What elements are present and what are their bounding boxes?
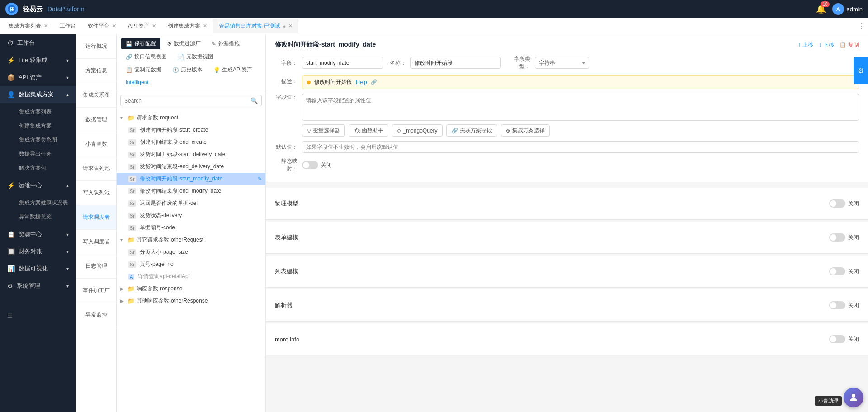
func-helper-button[interactable]: fx 函数助手 [349, 124, 388, 137]
sidebar-collapse-button[interactable]: ☰ [0, 308, 76, 324]
name-value-input[interactable] [410, 57, 501, 69]
default-input[interactable] [302, 141, 859, 153]
tree-node-start-modify[interactable]: Sr 修改时间开始段-start_modify_date ✎ [117, 173, 265, 185]
tab-manage-sales[interactable]: 管易销售出库对接-已测试 ● ✕ [213, 19, 299, 33]
left-nav-write-queue[interactable]: 写入队列池 [76, 181, 116, 205]
tab-workbench[interactable]: 工作台 [54, 19, 82, 33]
data-filter-button[interactable]: ⚙ 数据过滤厂 [162, 38, 205, 49]
left-nav-xiao-qing[interactable]: 小青查数 [76, 132, 116, 156]
tree-node-start-create[interactable]: Sr 创建时间开始段-start_create [117, 124, 265, 136]
tree-node-request-params[interactable]: ▾ 📁 请求参数-request [117, 112, 265, 124]
sidebar-sub-abnormal-data[interactable]: 异常数据总览 [14, 210, 76, 224]
left-nav-request-scheduler[interactable]: 请求调度者 [76, 205, 116, 230]
sidebar-sub-data-export[interactable]: 数据导出任务 [14, 147, 76, 161]
gear-button[interactable]: ⚙ [854, 57, 868, 84]
tree-node-response[interactable]: ▶ 📁 响应参数-response [117, 283, 265, 295]
save-button[interactable]: 💾 保存配置 [121, 38, 160, 49]
toggle-switch[interactable] [829, 233, 845, 242]
static-map-toggle[interactable]: 关闭 [302, 161, 332, 169]
sidebar-item-sysadmin[interactable]: ⚙ 系统管理 ▾ [0, 277, 76, 294]
sidebar-sub-create-scheme[interactable]: 创建集成方案 [14, 119, 76, 133]
tree-node-delivery-status[interactable]: Sr 发货状态-delivery [117, 209, 265, 222]
left-nav-error-monitor[interactable]: 异常监控 [76, 303, 116, 327]
left-nav-log-mgmt[interactable]: 日志管理 [76, 254, 116, 279]
left-nav-write-scheduler[interactable]: 写入调度者 [76, 230, 116, 254]
tree-node-code[interactable]: Sr 单据编号-code [117, 222, 265, 234]
form-toggle[interactable]: 关闭 [829, 233, 859, 242]
mongo-query-button[interactable]: ◇ _mongoQuery [392, 124, 442, 137]
scheme-select-button[interactable]: ⊕ 集成方案选择 [501, 124, 550, 137]
tree-node-detail-api[interactable]: A 详情查询api-detailApi [117, 270, 265, 283]
search-input[interactable] [124, 98, 248, 104]
left-nav-run-overview[interactable]: 运行概况 [76, 34, 116, 59]
toggle-switch[interactable] [302, 161, 318, 169]
tree-node-del[interactable]: Sr 返回是否作废的单据-del [117, 197, 265, 209]
more-toggle[interactable]: 关闭 [829, 335, 859, 343]
tree-node-end-delivery[interactable]: Sr 发货时间结束段-end_delivery_date [117, 161, 265, 173]
toggle-switch[interactable] [829, 335, 845, 343]
copy-button[interactable]: 📋 复制 [840, 41, 859, 49]
field-value-input[interactable] [302, 57, 383, 69]
parser-toggle[interactable]: 关闭 [829, 301, 859, 309]
tree-node-other-response[interactable]: ▶ 📁 其他响应参数-otherResponse [117, 295, 265, 307]
tab-close-manage[interactable]: ✕ [288, 23, 292, 29]
assistant-button[interactable] [844, 388, 863, 407]
folder-icon: 📁 [127, 237, 135, 243]
sidebar-item-dataviz[interactable]: 📊 数据可视化 ▾ [0, 260, 76, 277]
relate-field-button[interactable]: 🔗 关联方案字段 [446, 124, 497, 137]
toggle-switch[interactable] [829, 199, 845, 208]
type-select[interactable]: 字符串 整数 浮点数 布尔值 日期 数组 对象 [535, 57, 589, 69]
admin-button[interactable]: A admin [832, 3, 863, 15]
sidebar-item-lite[interactable]: ⚡ Lite 轻集成 ▾ [0, 52, 76, 69]
history-button[interactable]: 🕐 历史版本 [168, 64, 207, 76]
notification-button[interactable]: 🔔 10 [816, 4, 826, 14]
tree-node-end-modify[interactable]: Sr 修改时间结束段-end_modify_date [117, 185, 265, 197]
left-nav-request-queue[interactable]: 请求队列池 [76, 156, 116, 181]
left-nav-event-factory[interactable]: 事件加工厂 [76, 279, 116, 303]
tree-node-end-create[interactable]: Sr 创建时间结束段-end_create [117, 136, 265, 148]
list-toggle[interactable]: 关闭 [829, 267, 859, 275]
toggle-switch[interactable] [829, 267, 845, 275]
sidebar-item-data-integration[interactable]: 👤 数据集成方案 ▴ [0, 86, 76, 103]
tab-close-create[interactable]: ✕ [203, 23, 207, 29]
value-textarea[interactable] [302, 94, 859, 121]
tab-close-software[interactable]: ✕ [112, 23, 116, 29]
interface-view-button[interactable]: 🔗 接口信息视图 [121, 51, 171, 62]
tab-create-integration[interactable]: 创建集成方案 ✕ [162, 19, 213, 33]
sidebar-item-workbench[interactable]: ⏱ 工作台 [0, 34, 76, 52]
left-nav-data-mgmt[interactable]: 数据管理 [76, 108, 116, 132]
intelligent-button[interactable]: intelligent [121, 77, 153, 87]
help-link[interactable]: Help [356, 79, 367, 85]
tab-close-api[interactable]: ✕ [152, 23, 156, 29]
toggle-switch[interactable] [829, 301, 845, 309]
sidebar-sub-scheme-relation[interactable]: 集成方案关系图 [14, 133, 76, 147]
tab-software-platform[interactable]: 软件平台 ✕ [82, 19, 122, 33]
sidebar-item-api[interactable]: 📦 API 资产 ▾ [0, 69, 76, 86]
toggle-label: 关闭 [848, 302, 859, 309]
copy-data-button[interactable]: 📋 复制元数据 [121, 64, 166, 76]
meta-view-button[interactable]: 📄 元数据视图 [173, 51, 218, 62]
sidebar-sub-solution-pkg[interactable]: 解决方案包 [14, 161, 76, 175]
sidebar-sub-scheme-health[interactable]: 集成方案健康状况表 [14, 196, 76, 210]
gen-api-button[interactable]: 💡 生成API资产 [209, 64, 257, 76]
tab-api-assets[interactable]: API 资产 ✕ [122, 19, 162, 33]
field-actions: ↑ 上移 ↓ 下移 📋 复制 [798, 41, 859, 49]
supplement-button[interactable]: ✎ 补漏措施 [207, 38, 244, 49]
tree-node-page-size[interactable]: Sr 分页大小-page_size [117, 246, 265, 258]
tab-integration-list[interactable]: 集成方案列表 ✕ [3, 19, 54, 33]
left-nav-scheme-info[interactable]: 方案信息 [76, 59, 116, 83]
move-up-button[interactable]: ↑ 上移 [798, 41, 813, 49]
sidebar-sub-scheme-list[interactable]: 集成方案列表 [14, 105, 76, 119]
move-down-button[interactable]: ↓ 下移 [819, 41, 834, 49]
physical-toggle[interactable]: 关闭 [829, 199, 859, 208]
tabbar-more-button[interactable]: ⋮ [858, 22, 865, 30]
sidebar-item-resource[interactable]: 📋 资源中心 ▾ [0, 226, 76, 243]
tree-node-other-request[interactable]: ▾ 📁 其它请求参数-otherRequest [117, 234, 265, 246]
tree-node-page-no[interactable]: Sr 页号-page_no [117, 258, 265, 270]
tree-node-start-delivery[interactable]: Sr 发货时间开始段-start_delivery_date [117, 148, 265, 161]
sidebar-item-finance[interactable]: 🔲 财务对账 ▾ [0, 243, 76, 260]
tab-close-integration-list[interactable]: ✕ [44, 23, 48, 29]
var-selector-button[interactable]: ▽ 变量选择器 [302, 124, 345, 137]
left-nav-scheme-relation[interactable]: 集成关系图 [76, 83, 116, 108]
sidebar-item-ops[interactable]: ⚡ 运维中心 ▴ [0, 177, 76, 194]
